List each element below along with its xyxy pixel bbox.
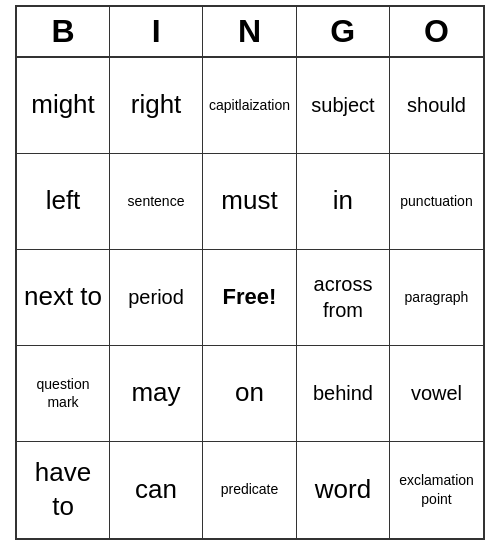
bingo-cell: exclamation point bbox=[390, 442, 483, 538]
bingo-grid: mightrightcapitlaizationsubjectshouldlef… bbox=[17, 58, 483, 538]
bingo-cell: vowel bbox=[390, 346, 483, 442]
bingo-cell: question mark bbox=[17, 346, 110, 442]
cell-text: word bbox=[315, 473, 371, 507]
cell-text: vowel bbox=[411, 380, 462, 406]
cell-text: behind bbox=[313, 380, 373, 406]
bingo-cell: Free! bbox=[203, 250, 297, 346]
cell-text: capitlaization bbox=[209, 96, 290, 114]
cell-text: must bbox=[221, 184, 277, 218]
bingo-cell: behind bbox=[297, 346, 390, 442]
cell-text: on bbox=[235, 376, 264, 410]
header-letter: O bbox=[390, 7, 483, 56]
bingo-cell: must bbox=[203, 154, 297, 250]
bingo-cell: may bbox=[110, 346, 203, 442]
header-letter: I bbox=[110, 7, 203, 56]
cell-text: paragraph bbox=[405, 288, 469, 306]
bingo-cell: sentence bbox=[110, 154, 203, 250]
cell-text: question mark bbox=[23, 375, 103, 411]
bingo-cell: word bbox=[297, 442, 390, 538]
bingo-cell: on bbox=[203, 346, 297, 442]
cell-text: subject bbox=[311, 92, 374, 118]
header-letter: G bbox=[297, 7, 390, 56]
bingo-cell: in bbox=[297, 154, 390, 250]
cell-text: predicate bbox=[221, 480, 279, 498]
bingo-cell: right bbox=[110, 58, 203, 154]
bingo-cell: capitlaization bbox=[203, 58, 297, 154]
bingo-cell: predicate bbox=[203, 442, 297, 538]
bingo-header: BINGO bbox=[17, 7, 483, 58]
cell-text: left bbox=[46, 184, 81, 218]
cell-text: right bbox=[131, 88, 182, 122]
cell-text: sentence bbox=[128, 192, 185, 210]
cell-text: next to bbox=[24, 280, 102, 314]
cell-text: punctuation bbox=[400, 192, 472, 210]
cell-text: Free! bbox=[223, 283, 277, 312]
cell-text: exclamation point bbox=[396, 471, 477, 507]
cell-text: in bbox=[333, 184, 353, 218]
cell-text: can bbox=[135, 473, 177, 507]
cell-text: should bbox=[407, 92, 466, 118]
bingo-cell: have to bbox=[17, 442, 110, 538]
cell-text: have to bbox=[23, 456, 103, 524]
bingo-cell: might bbox=[17, 58, 110, 154]
bingo-cell: punctuation bbox=[390, 154, 483, 250]
bingo-cell: paragraph bbox=[390, 250, 483, 346]
bingo-cell: next to bbox=[17, 250, 110, 346]
header-letter: B bbox=[17, 7, 110, 56]
cell-text: period bbox=[128, 284, 184, 310]
bingo-cell: across from bbox=[297, 250, 390, 346]
bingo-cell: period bbox=[110, 250, 203, 346]
cell-text: might bbox=[31, 88, 95, 122]
header-letter: N bbox=[203, 7, 296, 56]
bingo-cell: can bbox=[110, 442, 203, 538]
bingo-cell: should bbox=[390, 58, 483, 154]
bingo-cell: left bbox=[17, 154, 110, 250]
cell-text: across from bbox=[303, 271, 383, 323]
cell-text: may bbox=[131, 376, 180, 410]
bingo-card: BINGO mightrightcapitlaizationsubjectsho… bbox=[15, 5, 485, 540]
bingo-cell: subject bbox=[297, 58, 390, 154]
